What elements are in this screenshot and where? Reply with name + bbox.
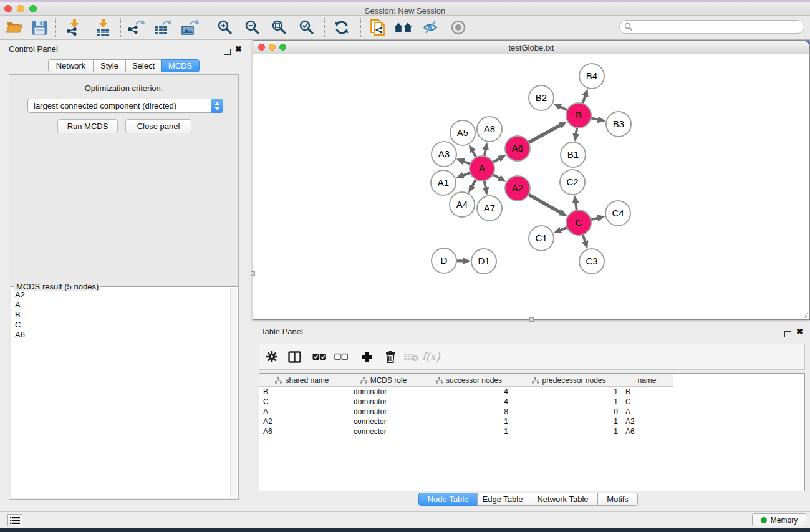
mcds-result-item[interactable]: B (15, 310, 25, 320)
graph-node-B4[interactable]: B4 (579, 64, 604, 89)
export-image-button[interactable] (179, 17, 201, 37)
open-session-button[interactable] (3, 17, 26, 37)
graph-node-B1[interactable]: B1 (561, 142, 586, 167)
mcds-result-item[interactable]: A6 (15, 330, 25, 340)
show-hidden-button[interactable] (447, 17, 470, 37)
memory-button[interactable]: Memory (752, 513, 806, 526)
table-panel-close-button[interactable]: ✖ (796, 327, 803, 336)
graph-edge-A-A5[interactable] (472, 150, 476, 157)
graph-edge-B-B2[interactable] (559, 107, 567, 110)
column-header-name[interactable]: name (622, 374, 672, 387)
tab-network[interactable]: Network (48, 59, 94, 72)
graph-node-A[interactable]: A (470, 156, 494, 181)
tab-motifs[interactable]: Motifs (597, 493, 638, 506)
graph-node-B3[interactable]: B3 (606, 112, 631, 137)
column-header-predecessor-nodes[interactable]: predecessor nodes (516, 374, 622, 387)
graph-edge-A-A3[interactable] (463, 161, 470, 164)
column-visibility-button[interactable] (285, 347, 304, 366)
search-field[interactable] (619, 20, 804, 34)
function-builder-button[interactable]: f(x) (418, 347, 443, 366)
graph-edge-B-B4[interactable] (582, 95, 586, 104)
graph-node-C1[interactable]: C1 (529, 226, 554, 251)
result-scrollbar-track[interactable] (230, 288, 237, 497)
network-window-titlebar[interactable]: testGlobe.txt (253, 41, 809, 54)
window-left-resize-handle[interactable] (251, 271, 255, 276)
graph-edge-A-A6[interactable] (493, 158, 500, 163)
delete-table-button[interactable] (402, 347, 420, 366)
graph-node-C3[interactable]: C3 (579, 249, 604, 274)
import-network-button[interactable] (63, 17, 85, 37)
graph-edge-C-C2[interactable] (576, 202, 577, 211)
graph-node-B2[interactable]: B2 (529, 85, 554, 110)
graph-node-A5[interactable]: A5 (450, 120, 475, 145)
mcds-result-item[interactable]: A2 (15, 290, 25, 300)
tab-select[interactable]: Select (125, 59, 162, 72)
node-table[interactable]: shared nameMCDS rolesuccessor nodesprede… (259, 373, 805, 491)
table-row[interactable]: Bdominator41B (259, 387, 804, 397)
graph-node-D1[interactable]: D1 (471, 249, 496, 274)
graph-node-A8[interactable]: A8 (477, 117, 502, 142)
tab-style[interactable]: Style (93, 59, 126, 72)
optimization-criterion-dropdown[interactable]: largest connected component (directed) (27, 99, 223, 113)
graph-edge-A2-C[interactable] (528, 195, 561, 213)
mcds-result-list[interactable]: A2ABCA6 (12, 290, 25, 340)
mcds-result-item[interactable]: A (15, 300, 25, 310)
graph-edge-A6-B[interactable] (529, 125, 561, 142)
zoom-in-button[interactable] (214, 17, 236, 37)
import-table-button[interactable] (92, 17, 114, 37)
graph-edge-A-A7[interactable] (485, 181, 486, 189)
table-row[interactable]: Cdominator41C (259, 397, 804, 407)
duplicate-network-button[interactable] (367, 17, 389, 37)
graph-node-A1[interactable]: A1 (431, 170, 456, 195)
graph-edge-A-A8[interactable] (485, 148, 486, 156)
table-row[interactable]: A6connector11A6 (259, 427, 804, 437)
refresh-button[interactable] (330, 17, 353, 37)
search-input[interactable] (633, 22, 789, 31)
graph-edge-B-B1[interactable] (576, 128, 577, 135)
tab-network-table[interactable]: Network Table (528, 493, 598, 506)
houses-button[interactable] (392, 17, 415, 37)
graph-edge-C-C4[interactable] (591, 218, 598, 220)
column-header-MCDS-role[interactable]: MCDS role (345, 374, 422, 387)
table-settings-button[interactable] (263, 347, 281, 366)
tab-node-table[interactable]: Node Table (418, 493, 478, 506)
graph-edge-B-B3[interactable] (591, 118, 599, 120)
export-table-button[interactable] (152, 17, 174, 37)
task-history-button[interactable] (7, 514, 22, 526)
graph-node-C2[interactable]: C2 (560, 170, 585, 195)
zoom-out-button[interactable] (241, 17, 264, 37)
window-bottom-resize-handle[interactable] (529, 317, 534, 322)
control-panel-close-button[interactable]: ✖ (235, 44, 242, 54)
graph-edge-A-A2[interactable] (493, 175, 500, 179)
graph-node-C4[interactable]: C4 (605, 201, 630, 226)
graph-node-A2[interactable]: A2 (505, 176, 530, 201)
table-row[interactable]: A2connector11A2 (259, 417, 804, 427)
graph-edge-C-C3[interactable] (582, 235, 585, 243)
table-panel-float-button[interactable] (784, 329, 791, 340)
graph-node-A6[interactable]: A6 (505, 136, 530, 161)
graph-edge-A-A4[interactable] (471, 180, 476, 187)
save-session-button[interactable] (28, 17, 51, 37)
graph-node-A7[interactable]: A7 (477, 196, 502, 221)
graph-edge-A-A1[interactable] (462, 173, 470, 176)
tab-edge-table[interactable]: Edge Table (477, 493, 528, 506)
zoom-fit-button[interactable] (268, 17, 291, 37)
close-panel-button[interactable]: Close panel (125, 119, 191, 133)
column-header-shared-name[interactable]: shared name (259, 374, 345, 387)
network-canvas[interactable]: B4B2BB3A8A5A6A3B1AA1C2A2A4A7C4CC1DD1C3 (253, 54, 809, 319)
graph-node-A3[interactable]: A3 (432, 142, 456, 167)
deselect-all-button[interactable] (332, 347, 350, 366)
zoom-selected-button[interactable] (296, 17, 318, 37)
export-network-button[interactable] (125, 17, 147, 37)
graph-edge-C-C1[interactable] (560, 228, 567, 231)
delete-column-button[interactable] (381, 347, 400, 366)
graph-node-A4[interactable]: A4 (450, 192, 475, 217)
graph-node-C[interactable]: C (566, 210, 591, 235)
tab-mcds[interactable]: MCDS (161, 59, 200, 72)
column-header-successor-nodes[interactable]: successor nodes (422, 374, 516, 387)
control-panel-float-button[interactable] (224, 46, 231, 57)
mcds-result-item[interactable]: C (15, 320, 25, 330)
window-resize-grip[interactable] (801, 311, 809, 319)
select-all-button[interactable] (310, 347, 329, 366)
hide-selected-button[interactable] (420, 17, 442, 37)
